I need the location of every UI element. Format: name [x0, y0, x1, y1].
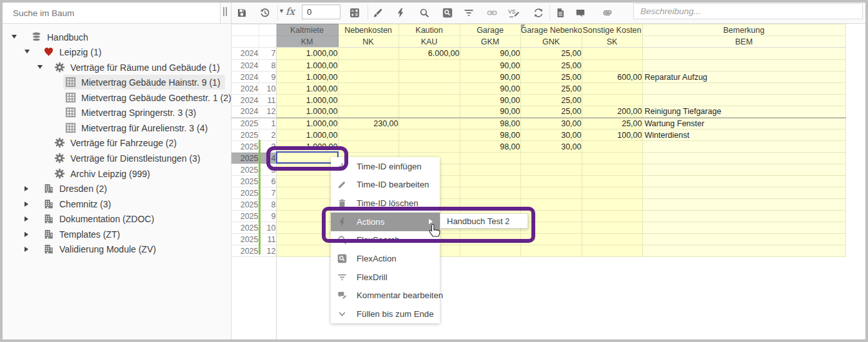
tree-item[interactable]: Mietvertrag für Aurelienstr. 3 (4) — [3, 120, 231, 135]
cell-2025-1-kau[interactable] — [399, 118, 460, 129]
cell-2025-12-gnk[interactable] — [520, 245, 582, 257]
link-button[interactable] — [483, 4, 501, 22]
cell-2024-12-kau[interactable] — [399, 106, 460, 118]
tree-item[interactable]: Templates (ZT) — [3, 227, 231, 242]
row-header-month[interactable]: 11 — [259, 234, 276, 245]
menu-item-kommentar-bearbeiten[interactable]: Kommentar bearbeiten — [331, 287, 440, 305]
cell-2024-10-nk[interactable] — [338, 83, 399, 95]
menu-item-flexdrill[interactable]: FlexDrill — [331, 268, 440, 287]
filter-button[interactable] — [460, 4, 478, 22]
cell-2025-5-gnk[interactable] — [520, 164, 582, 176]
column-header-BEM[interactable]: Bemerkung — [642, 24, 845, 36]
menu-item-flexaction[interactable]: FlexAction — [331, 249, 440, 268]
column-code-GKM[interactable]: GKM — [460, 36, 520, 48]
row-header-month[interactable]: 1 — [259, 118, 276, 129]
cell-2025-2-nk[interactable] — [338, 129, 399, 141]
cell-2024-7-nk[interactable] — [338, 48, 399, 60]
cell-2025-2-gkm[interactable]: 98,00 — [460, 129, 520, 141]
comment-button[interactable] — [571, 4, 589, 22]
tree-node[interactable]: Mietvertrag Springerstr. 3 (3) — [63, 105, 201, 120]
cell-2024-8-sk[interactable] — [582, 60, 642, 71]
tree-item[interactable]: Handbuch — [3, 30, 231, 44]
row-header-month[interactable]: 10 — [259, 83, 276, 95]
tree-item[interactable]: Validierung Module (ZV) — [3, 242, 231, 256]
cell-2024-9-gnk[interactable]: 25,00 — [520, 71, 582, 83]
tree-node[interactable]: Leipzig (1) — [41, 44, 106, 59]
cell-2024-8-gnk[interactable]: 25,00 — [520, 60, 582, 71]
cell-2024-10-gkm[interactable]: 90,00 — [460, 83, 520, 95]
cell-2024-7-gnk[interactable]: 25,00 — [520, 48, 582, 60]
cell-2025-10-bem[interactable] — [642, 222, 845, 234]
tree-collapsed-arrow-icon[interactable] — [25, 247, 28, 252]
tree-node[interactable]: Mietvertrag Gebäude Hainstr. 9 (1) — [63, 75, 225, 90]
column-code-KAU[interactable]: KAU — [399, 36, 460, 48]
tree-item[interactable]: Dresden (2) — [3, 181, 231, 196]
row-header-year[interactable]: 2025 — [232, 141, 259, 153]
cell-2025-8-bem[interactable] — [642, 199, 845, 211]
fx-dropdown[interactable]: ▼fx — [279, 6, 295, 17]
row-header-month[interactable]: 8 — [259, 60, 276, 71]
tree-node[interactable]: Verträge für Fahrzeuge (2) — [52, 135, 181, 150]
column-header-SK[interactable]: Sonstige Kosten — [582, 24, 642, 36]
cell-2024-11-km[interactable]: 1.000,00 — [276, 95, 338, 106]
row-header-year[interactable]: 2025 — [232, 187, 259, 199]
versioning-button[interactable]: VS — [505, 4, 523, 22]
row-header-month[interactable]: 9 — [259, 71, 276, 83]
cell-2025-7-gnk[interactable] — [520, 187, 582, 199]
tree-node[interactable]: Validierung Module (ZV) — [41, 242, 161, 256]
column-code-GNK[interactable]: GNK — [520, 36, 582, 48]
column-header-NK[interactable]: Nebenkosten — [338, 24, 399, 36]
cell-2025-3-gkm[interactable]: 98,00 — [460, 141, 520, 153]
cell-2025-5-gkm[interactable] — [460, 164, 520, 176]
cell-2024-10-kau[interactable] — [399, 83, 460, 95]
cell-2024-10-sk[interactable] — [582, 83, 642, 95]
cell-2025-1-gkm[interactable]: 98,00 — [460, 118, 520, 129]
tree-node[interactable]: Mietvertrag für Aurelienstr. 3 (4) — [63, 120, 212, 135]
cell-2024-9-sk[interactable]: 600,00 — [582, 71, 642, 83]
cell-2024-12-km[interactable]: 1.000,00 — [276, 106, 338, 118]
cell-2024-12-gkm[interactable]: 90,00 — [460, 106, 520, 118]
tree-expanded-arrow-icon[interactable] — [12, 35, 17, 39]
tree-node[interactable]: Chemnitz (3) — [41, 196, 115, 211]
cell-2025-7-gkm[interactable] — [460, 187, 520, 199]
cell-2025-12-bem[interactable] — [642, 245, 845, 257]
cell-2025-5-bem[interactable] — [642, 164, 845, 176]
cell-2024-9-nk[interactable] — [338, 71, 399, 83]
cell-2024-11-gkm[interactable]: 90,00 — [460, 95, 520, 106]
tree-expanded-arrow-icon[interactable] — [37, 65, 43, 69]
cell-2025-7-bem[interactable] — [642, 187, 845, 199]
history-button[interactable] — [256, 4, 274, 22]
tree-expanded-arrow-icon[interactable] — [25, 50, 30, 53]
row-header-month[interactable]: 12 — [259, 245, 276, 257]
column-code-KM[interactable]: KM — [276, 36, 338, 48]
cell-2024-8-kau[interactable] — [399, 60, 460, 71]
cell-2025-3-gnk[interactable]: 30,00 — [520, 141, 582, 153]
cell-2024-9-bem[interactable]: Reparatur Aufzug — [642, 71, 845, 83]
row-header-month[interactable]: 9 — [259, 211, 276, 222]
cell-2025-1-km[interactable]: 1.000,00 — [276, 118, 338, 129]
row-header-year[interactable]: 2025 — [232, 129, 259, 141]
row-header-year[interactable]: 2025 — [232, 245, 259, 257]
tree-collapsed-arrow-icon[interactable] — [25, 202, 28, 207]
value-input[interactable]: 0 — [302, 5, 340, 19]
cell-2025-1-gnk[interactable]: 30,00 — [520, 118, 582, 129]
cell-2024-10-km[interactable]: 1.000,00 — [276, 83, 338, 95]
cell-2024-10-bem[interactable] — [642, 83, 845, 95]
cell-2024-7-km[interactable]: 1.000,00 — [276, 48, 338, 60]
cell-2025-1-bem[interactable]: Wartung Fenster — [642, 118, 845, 129]
cell-2024-8-bem[interactable] — [642, 60, 845, 71]
cell-2025-6-gkm[interactable] — [460, 176, 520, 187]
row-header-year[interactable]: 2024 — [232, 95, 259, 106]
row-header-year[interactable]: 2025 — [232, 176, 259, 187]
cell-2025-3-kau[interactable] — [399, 141, 460, 153]
cell-2024-12-bem[interactable]: Reinigung Tiefgarage — [642, 106, 845, 118]
cell-2025-9-bem[interactable] — [642, 211, 845, 222]
cell-2025-6-bem[interactable] — [642, 176, 845, 187]
tree-item[interactable]: Mietvertrag Gebäude Goethestr. 1 (2) — [3, 90, 231, 105]
tree-item[interactable]: Leipzig (1) — [3, 44, 231, 59]
cell-2025-6-sk[interactable] — [582, 176, 642, 187]
row-header-year[interactable]: 2024 — [232, 60, 259, 71]
column-code-BEM[interactable]: BEM — [642, 36, 845, 48]
cell-2025-4-gnk[interactable] — [520, 153, 582, 164]
cell-2025-6-gnk[interactable] — [520, 176, 582, 187]
